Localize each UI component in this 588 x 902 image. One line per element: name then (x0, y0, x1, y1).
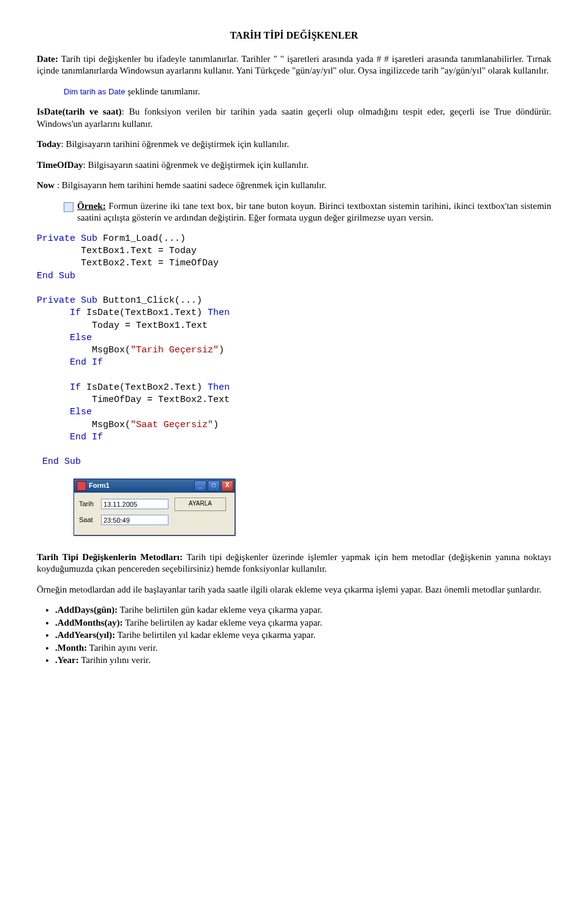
code-text: TextBox1.Text = Today (37, 246, 197, 256)
form1-window: Form1 _ □ X Tarih 13.11.2005 AYARLA Saat… (74, 479, 551, 536)
method-label: .AddMonths(ay): (55, 618, 123, 627)
kw-end: End (42, 457, 59, 467)
method-body: Tarihe belirtilen yıl kadar ekleme veya … (115, 630, 315, 640)
kw-end: End (70, 357, 86, 368)
kw-private: Private (37, 233, 75, 244)
isdate-paragraph: IsDate(tarih ve saat): Bu fonksiyon veri… (37, 106, 551, 130)
kw-end: End (70, 432, 86, 442)
kw-end: End (37, 271, 53, 281)
document-icon (64, 202, 74, 212)
code-text: IsDate(TextBox2.Text) (81, 382, 208, 393)
now-label: Now (37, 180, 57, 190)
paragraph-date-body: Tarih tipi değişkenler bu ifadeyle tanım… (37, 54, 551, 76)
kw-sub: Sub (81, 295, 97, 306)
now-body: : Bilgisayarın hem tarihini hemde saatin… (57, 180, 326, 190)
window-titlebar[interactable]: Form1 _ □ X (74, 479, 235, 493)
code-text: MsgBox( (37, 420, 130, 430)
method-addyears: .AddYears(yıl): Tarihe belirtilen yıl ka… (55, 629, 551, 642)
maximize-button[interactable]: □ (208, 480, 220, 491)
now-paragraph: Now : Bilgisayarın hem tarihini hemde sa… (37, 180, 551, 192)
timeofday-paragraph: TimeOfDay: Bilgisayarın saatini öğrenmek… (37, 159, 551, 172)
code-block-1: Private Sub Form1_Load(...) TextBox1.Tex… (37, 233, 551, 469)
kw-if: If (92, 357, 103, 368)
code-text: ) (213, 420, 219, 430)
kw-then: Then (208, 382, 230, 393)
method-body: Tarihe belirtilen gün kadar ekleme veya … (118, 605, 322, 615)
timeofday-body: : Bilgisayarın saatini öğrenmek ve değiş… (83, 160, 309, 170)
code-text: MsgBox( (37, 345, 130, 355)
kw-sub: Sub (64, 457, 81, 467)
method-body: Tarihe belirtilen ay kadar ekleme veya ç… (123, 618, 322, 627)
today-label: Today (37, 139, 61, 149)
kw-sub: Sub (59, 271, 75, 281)
methods-para2: Örneğin metodlardan add ile başlayanlar … (37, 584, 551, 596)
method-label: .AddDays(gün): (55, 605, 118, 615)
label-tarih: Tarih (79, 499, 101, 508)
dim-declaration: Dim tarih as Date şeklinde tanımlanır. (64, 86, 551, 98)
method-body: Tarihin yılını verir. (79, 655, 151, 665)
kw-else: Else (70, 333, 92, 343)
dim-code: Dim tarih as Date (64, 87, 125, 96)
today-body: : Bilgisayarın tarihini öğrenmek ve deği… (61, 139, 288, 149)
example-body: Formun üzerine iki tane text box, bir ta… (77, 201, 551, 223)
kw-if: If (92, 432, 103, 442)
example-label: Örnek: (77, 201, 106, 211)
code-text: TimeOfDay = TextBox2.Text (37, 395, 230, 405)
close-button[interactable]: X (221, 480, 233, 491)
method-label: .Year: (55, 655, 79, 665)
kw-then: Then (208, 308, 230, 318)
timeofday-label: TimeOfDay (37, 160, 83, 170)
code-text: Button1_Click(...) (97, 295, 202, 306)
method-body: Tarihin ayını verir. (87, 643, 157, 653)
method-label: .AddYears(yıl): (55, 630, 115, 640)
paragraph-date: Date: Tarih tipi değişkenler bu ifadeyle… (37, 53, 551, 77)
code-text: Today = TextBox1.Text (37, 320, 208, 331)
code-text: Form1_Load(...) (97, 233, 186, 244)
window-title: Form1 (89, 481, 194, 490)
app-icon (77, 481, 86, 491)
method-month: .Month: Tarihin ayını verir. (55, 642, 551, 654)
kw-if: If (70, 308, 81, 318)
date-label: Date: (37, 54, 58, 64)
minimize-button[interactable]: _ (194, 480, 206, 491)
ayarla-button[interactable]: AYARLA (175, 498, 226, 511)
method-label: .Month: (55, 643, 87, 653)
kw-sub: Sub (81, 233, 97, 244)
kw-if: If (70, 382, 81, 393)
methods-list: .AddDays(gün): Tarihe belirtilen gün kad… (37, 604, 551, 667)
method-year: .Year: Tarihin yılını verir. (55, 654, 551, 667)
kw-else: Else (70, 407, 92, 417)
code-text: TextBox2.Text = TimeOfDay (37, 258, 219, 268)
dim-suffix: şeklinde tanımlanır. (125, 86, 200, 96)
textbox-saat[interactable]: 23:50:49 (101, 515, 168, 525)
textbox-tarih[interactable]: 13.11.2005 (101, 499, 168, 509)
method-addmonths: .AddMonths(ay): Tarihe belirtilen ay kad… (55, 617, 551, 629)
methods-heading: Tarih Tipi Değişkenlerin Metodları: Tari… (37, 551, 551, 575)
kw-private: Private (37, 295, 75, 306)
today-paragraph: Today: Bilgisayarın tarihini öğrenmek ve… (37, 138, 551, 151)
method-adddays: .AddDays(gün): Tarihe belirtilen gün kad… (55, 604, 551, 616)
code-string: "Saat Geçersiz" (130, 420, 213, 430)
code-string: "Tarih Geçersiz" (130, 345, 219, 355)
label-saat: Saat (79, 515, 101, 524)
methods-heading-bold: Tarih Tipi Değişkenlerin Metodları: (37, 552, 183, 562)
page-title: TARİH TİPİ DEĞİŞKENLER (37, 29, 551, 42)
example-block: Örnek: Formun üzerine iki tane text box,… (64, 200, 551, 224)
code-text: ) (219, 345, 224, 355)
isdate-label: IsDate(tarih ve saat) (37, 107, 122, 116)
code-text: IsDate(TextBox1.Text) (81, 308, 208, 318)
